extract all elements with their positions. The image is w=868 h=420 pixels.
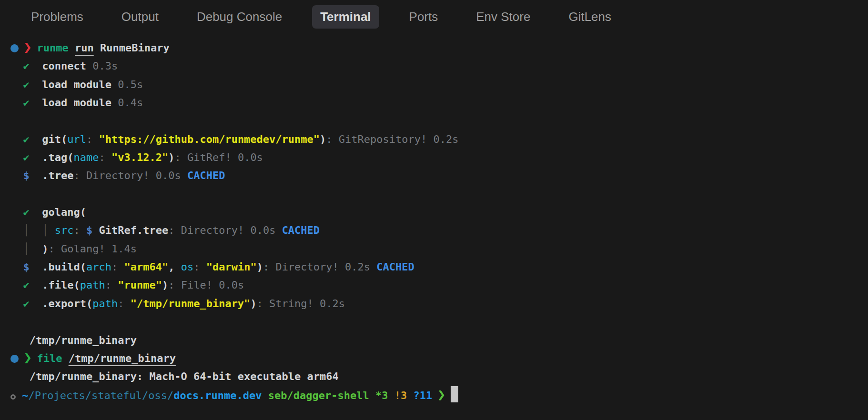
indent-guide: │ bbox=[23, 243, 30, 255]
check-icon: ✔ bbox=[23, 298, 30, 310]
terminal-text-segment: file bbox=[37, 352, 62, 364]
prompt-pending-dot bbox=[10, 394, 16, 400]
terminal-line: $ .build(arch: "arm64", os: "darwin"): D… bbox=[10, 258, 868, 276]
pipe-dollar-icon: $ bbox=[23, 170, 30, 181]
terminal-text-segment: "arm64" bbox=[124, 261, 168, 273]
pipe-dollar-icon: $ bbox=[23, 261, 30, 273]
terminal-text-segment bbox=[10, 133, 23, 145]
terminal-text-segment bbox=[30, 298, 42, 310]
terminal-text-segment bbox=[16, 390, 22, 401]
tab-ports[interactable]: Ports bbox=[401, 5, 446, 29]
terminal-text-segment: , bbox=[168, 261, 181, 273]
terminal-text-segment: : Directory! 0.0s bbox=[168, 224, 282, 236]
terminal-line bbox=[10, 185, 868, 203]
terminal-text-segment bbox=[30, 97, 42, 109]
terminal-text-segment: : String! 0.2s bbox=[257, 298, 345, 310]
terminal-line bbox=[10, 112, 868, 130]
terminal-text-segment bbox=[10, 224, 23, 236]
check-icon: ✔ bbox=[23, 60, 30, 72]
terminal-text-segment bbox=[30, 170, 42, 181]
terminal-text-segment: : bbox=[105, 279, 118, 291]
terminal-text-segment bbox=[30, 206, 42, 218]
terminal-text-segment: : File! 0.0s bbox=[168, 279, 244, 291]
terminal-text-segment bbox=[49, 224, 55, 236]
terminal-text-segment bbox=[432, 390, 438, 401]
tab-gitlens[interactable]: GitLens bbox=[560, 5, 619, 29]
terminal-text-segment: "/tmp/runme_binary" bbox=[131, 298, 251, 310]
terminal-line: │ │ src: $ GitRef.tree: Directory! 0.0s … bbox=[10, 221, 868, 240]
git-modified-count: *3 bbox=[375, 390, 388, 401]
check-icon: ✔ bbox=[23, 97, 30, 109]
terminal-text-segment bbox=[30, 243, 42, 255]
terminal-text-segment: git( bbox=[42, 133, 67, 145]
terminal-line bbox=[10, 313, 868, 331]
terminal-text-segment bbox=[30, 79, 42, 90]
terminal-text-segment bbox=[19, 42, 25, 54]
prompt-active-dot bbox=[10, 44, 19, 52]
tab-env-store[interactable]: Env Store bbox=[468, 5, 538, 29]
terminal-text-segment bbox=[10, 261, 23, 273]
tab-problems[interactable]: Problems bbox=[23, 5, 91, 29]
terminal-text-segment: load module bbox=[42, 79, 118, 90]
terminal-text-segment bbox=[388, 390, 394, 401]
terminal-cursor bbox=[451, 386, 458, 402]
terminal-text-segment: run bbox=[75, 42, 94, 54]
terminal-text-segment: : bbox=[111, 261, 124, 273]
tab-terminal[interactable]: Terminal bbox=[312, 5, 379, 29]
terminal-line: │ ): Golang! 1.4s bbox=[10, 240, 868, 258]
terminal-text-segment: ) bbox=[162, 279, 168, 291]
terminal-text-segment: "v3.12.2" bbox=[111, 151, 168, 163]
terminal-text-segment: "runme" bbox=[118, 279, 162, 291]
terminal-text-segment: path bbox=[80, 279, 105, 291]
tab-debug-console[interactable]: Debug Console bbox=[189, 5, 290, 29]
terminal-text-segment bbox=[30, 133, 42, 145]
terminal-text-segment bbox=[262, 390, 268, 401]
check-icon: ✔ bbox=[23, 133, 30, 145]
terminal-text-segment: RunmeBinary bbox=[94, 42, 170, 54]
terminal-line: $ .tree: Directory! 0.0s CACHED bbox=[10, 167, 868, 185]
terminal-text-segment: arch bbox=[86, 261, 111, 273]
terminal-text-segment bbox=[10, 97, 23, 109]
terminal-text-segment: : bbox=[99, 151, 111, 163]
terminal-text-segment: : bbox=[193, 261, 206, 273]
terminal-text-segment bbox=[30, 261, 42, 273]
pipe-dollar-icon: $ bbox=[86, 224, 92, 236]
terminal-text-segment: : bbox=[118, 298, 131, 310]
terminal-text-segment bbox=[10, 206, 23, 218]
terminal-text-segment: runme bbox=[37, 42, 69, 54]
cached-badge: CACHED bbox=[376, 261, 414, 273]
terminal-text-segment: "darwin" bbox=[206, 261, 257, 273]
terminal-text-segment bbox=[30, 151, 42, 163]
terminal-text-segment bbox=[369, 390, 375, 401]
terminal-text-segment: ) bbox=[320, 133, 326, 145]
terminal-text-segment: .export( bbox=[42, 298, 92, 310]
terminal-text-segment: ) bbox=[250, 298, 256, 310]
terminal-text-segment bbox=[19, 352, 25, 364]
terminal-line: runme run RunmeBinary bbox=[10, 39, 868, 57]
terminal-line: ✔ .export(path: "/tmp/runme_binary"): St… bbox=[10, 295, 868, 313]
cwd-basename: docs.runme.dev bbox=[173, 390, 262, 401]
tab-output[interactable]: Output bbox=[113, 5, 167, 29]
terminal-text-segment: connect bbox=[42, 60, 92, 72]
terminal-text-segment: GitRef.tree bbox=[99, 224, 169, 236]
terminal-panel: ProblemsOutputDebug ConsoleTerminalPorts… bbox=[0, 0, 868, 420]
prompt-chevron-icon bbox=[25, 353, 30, 363]
terminal-text-segment: src bbox=[55, 224, 74, 236]
terminal-text-segment: /tmp/runme_binary bbox=[69, 352, 176, 364]
indent-guide: │ bbox=[42, 224, 48, 236]
terminal-text-segment bbox=[62, 352, 68, 364]
terminal-line: /tmp/runme_binary bbox=[10, 331, 868, 350]
terminal-text-segment: .file( bbox=[42, 279, 80, 291]
terminal-text-segment: 0.3s bbox=[92, 60, 118, 72]
indent-guide: │ bbox=[23, 224, 30, 236]
check-icon: ✔ bbox=[23, 279, 30, 291]
terminal-output[interactable]: runme run RunmeBinary ✔ connect 0.3s ✔ l… bbox=[0, 33, 868, 404]
terminal-text-segment bbox=[444, 390, 451, 401]
terminal-text-segment: 0.4s bbox=[118, 97, 143, 109]
terminal-text-segment: : GitRef! 0.0s bbox=[174, 151, 262, 163]
terminal-text-segment bbox=[10, 170, 23, 181]
terminal-text-segment bbox=[10, 79, 23, 90]
terminal-text-segment: : Directory! 0.0s bbox=[73, 170, 187, 181]
terminal-line: ✔ load module 0.5s bbox=[10, 76, 868, 94]
terminal-line: ✔ .file(path: "runme"): File! 0.0s bbox=[10, 276, 868, 294]
